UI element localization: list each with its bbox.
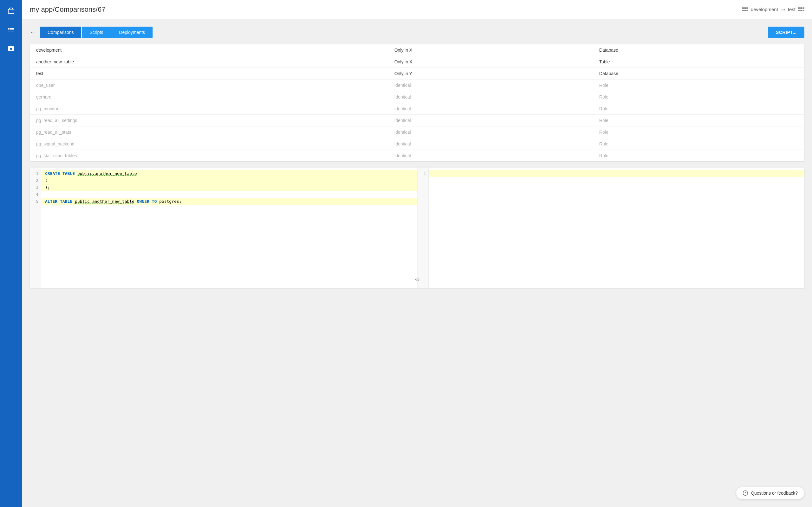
sidebar-icon-briefcase[interactable] <box>5 5 17 16</box>
nav-bar: ← Comparisons Scripts Deployments SCRIPT… <box>30 26 804 38</box>
svg-rect-5 <box>746 8 748 9</box>
table-row[interactable]: gerhard Identical Role <box>30 91 804 103</box>
sidebar <box>0 0 22 507</box>
svg-rect-12 <box>798 8 800 9</box>
table-row[interactable]: pg_read_all_settings Identical Role <box>30 115 804 126</box>
row-type: Role <box>593 79 804 91</box>
left-line-numbers: 12345 <box>30 168 41 288</box>
table-row[interactable]: development Only in X Database <box>30 44 804 56</box>
row-type: Role <box>593 150 804 162</box>
code-line: ALTER TABLE public.another_new_table OWN… <box>41 198 417 205</box>
env-right-label: test <box>788 7 796 12</box>
row-name: pg_read_all_settings <box>30 115 388 126</box>
feedback-label: Questions or feedback? <box>751 491 798 496</box>
table-row[interactable]: pg_read_all_stats Identical Role <box>30 126 804 138</box>
row-type: Database <box>593 44 804 56</box>
table-row[interactable]: pg_stat_scan_tables Identical Role <box>30 150 804 162</box>
code-line <box>429 170 804 177</box>
content-area: ← Comparisons Scripts Deployments SCRIPT… <box>22 19 812 507</box>
row-name: another_new_table <box>30 56 388 68</box>
diff-arrows-icon[interactable]: ⇔ <box>415 276 420 283</box>
table-row[interactable]: test Only in Y Database <box>30 68 804 79</box>
svg-rect-10 <box>800 7 802 8</box>
env-left-label: development <box>751 7 778 12</box>
tab-deployments[interactable]: Deployments <box>111 26 153 38</box>
env-selector: development ⇒ test <box>742 6 804 13</box>
row-name: development <box>30 44 388 56</box>
back-button[interactable]: ← <box>30 29 36 36</box>
svg-rect-17 <box>803 10 804 11</box>
row-type: Table <box>593 56 804 68</box>
line-number: 2 <box>30 177 41 184</box>
code-line <box>41 191 417 198</box>
diff-right: 1 <box>417 168 804 288</box>
svg-rect-7 <box>744 10 746 11</box>
row-type: Role <box>593 103 804 115</box>
svg-rect-16 <box>800 10 802 11</box>
env-grid-icon-left <box>742 7 748 12</box>
diff-panel: 12345 CREATE TABLE public.another_new_ta… <box>30 168 804 288</box>
row-type: Role <box>593 126 804 138</box>
row-status: Identical <box>388 150 593 162</box>
code-line: ); <box>41 184 417 191</box>
diff-left: 12345 CREATE TABLE public.another_new_ta… <box>30 168 417 288</box>
row-status: Identical <box>388 126 593 138</box>
main-content: my app/Comparisons/67 development ⇒ test… <box>22 0 812 507</box>
header: my app/Comparisons/67 development ⇒ test <box>22 0 812 19</box>
page-title: my app/Comparisons/67 <box>30 5 105 14</box>
feedback-button[interactable]: Questions or feedback? <box>736 487 804 499</box>
line-number: 4 <box>30 191 41 198</box>
svg-rect-0 <box>742 7 744 8</box>
svg-rect-4 <box>744 8 746 9</box>
row-status: Identical <box>388 91 593 103</box>
svg-rect-15 <box>798 10 800 11</box>
svg-rect-8 <box>746 10 748 11</box>
row-status: Only in Y <box>388 68 593 79</box>
table-row[interactable]: dbe_user Identical Role <box>30 79 804 91</box>
env-grid-icon-right <box>798 7 804 12</box>
comparison-table: development Only in X Database another_n… <box>30 44 804 161</box>
code-line: CREATE TABLE public.another_new_table <box>41 170 417 177</box>
row-name: gerhard <box>30 91 388 103</box>
svg-rect-11 <box>803 7 804 8</box>
svg-rect-1 <box>744 7 746 8</box>
sidebar-icon-list[interactable] <box>5 24 17 36</box>
row-type: Role <box>593 138 804 150</box>
env-arrow: ⇒ <box>780 6 785 13</box>
row-status: Only in X <box>388 44 593 56</box>
row-status: Identical <box>388 79 593 91</box>
line-number: 1 <box>417 170 428 177</box>
svg-rect-3 <box>742 8 744 9</box>
line-number: 5 <box>30 198 41 205</box>
code-line: ( <box>41 177 417 184</box>
sidebar-icon-camera[interactable] <box>5 43 17 55</box>
table-row[interactable]: another_new_table Only in X Table <box>30 56 804 68</box>
row-name: pg_read_all_stats <box>30 126 388 138</box>
svg-rect-6 <box>742 10 744 11</box>
row-name: test <box>30 68 388 79</box>
row-name: pg_stat_scan_tables <box>30 150 388 162</box>
right-line-numbers: 1 <box>417 168 429 288</box>
row-type: Role <box>593 91 804 103</box>
svg-rect-9 <box>798 7 800 8</box>
svg-rect-13 <box>800 8 802 9</box>
line-number: 1 <box>30 170 41 177</box>
table-row[interactable]: pg_signal_backend Identical Role <box>30 138 804 150</box>
left-diff-content: CREATE TABLE public.another_new_table();… <box>41 168 417 288</box>
line-number: 3 <box>30 184 41 191</box>
tab-scripts[interactable]: Scripts <box>82 26 111 38</box>
table-row[interactable]: pg_monitor Identical Role <box>30 103 804 115</box>
row-type: Role <box>593 115 804 126</box>
nav-tabs: Comparisons Scripts Deployments <box>40 26 153 38</box>
right-diff-content <box>429 168 804 288</box>
tab-comparisons[interactable]: Comparisons <box>40 26 81 38</box>
row-name: dbe_user <box>30 79 388 91</box>
row-status: Identical <box>388 138 593 150</box>
diff-divider: ⇔ <box>417 168 417 288</box>
row-name: pg_signal_backend <box>30 138 388 150</box>
script-button[interactable]: SCRIPT... <box>768 26 804 38</box>
row-name: pg_monitor <box>30 103 388 115</box>
svg-rect-14 <box>803 8 804 9</box>
row-status: Identical <box>388 115 593 126</box>
comparison-table-panel: development Only in X Database another_n… <box>30 44 804 161</box>
